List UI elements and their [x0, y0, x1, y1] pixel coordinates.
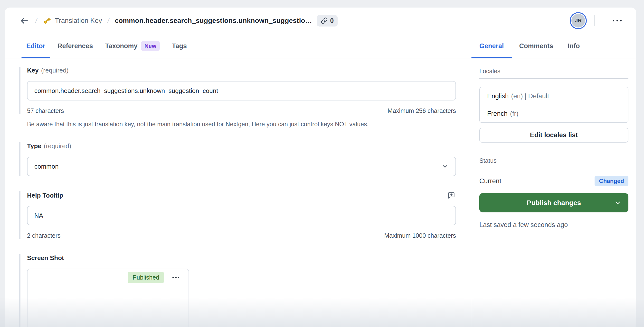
screenshot-preview[interactable]	[28, 286, 188, 327]
side-panel: General Comments Info Locales English (e…	[471, 34, 636, 327]
char-max: Maximum 256 characters	[388, 107, 456, 114]
tab-tags[interactable]: Tags	[167, 34, 192, 58]
tab-references[interactable]: References	[52, 34, 98, 58]
locale-row-french[interactable]: French (fr)	[480, 105, 628, 122]
breadcrumb-separator: /	[107, 16, 110, 25]
locale-name: English	[487, 92, 509, 100]
help-tooltip-counters: 2 characters Maximum 1000 characters	[27, 232, 456, 239]
links-count: 0	[330, 17, 334, 24]
chevron-down-icon[interactable]	[614, 199, 622, 207]
breadcrumb-section[interactable]: Translation Key	[55, 17, 102, 24]
changed-badge: Changed	[594, 176, 628, 186]
locale-name: French	[487, 110, 508, 117]
tab-comments[interactable]: Comments	[512, 34, 561, 58]
locale-meta: (en) | Default	[511, 92, 549, 100]
tab-label: Tags	[172, 42, 187, 50]
arrow-left-icon	[19, 16, 29, 25]
key-icon	[42, 16, 52, 25]
key-section: Key (required) 57 characters Maximum 256…	[19, 67, 456, 114]
published-badge: Published	[128, 272, 164, 283]
back-button[interactable]	[18, 15, 30, 26]
locale-meta: (fr)	[510, 110, 518, 117]
comment-plus-icon	[447, 191, 456, 200]
tab-label: General	[479, 42, 504, 50]
more-menu-button[interactable]	[610, 17, 624, 24]
add-comment-button[interactable]	[447, 191, 456, 200]
content: Editor References Taxonomy New Tags Key	[5, 34, 636, 327]
required-hint: (required)	[41, 67, 69, 74]
tab-label: Comments	[519, 42, 554, 50]
key-counters: 57 characters Maximum 256 characters	[27, 107, 456, 114]
header-divider	[594, 15, 595, 26]
ellipsis-icon	[172, 277, 179, 278]
type-label: Type (required)	[27, 142, 456, 150]
main-tabs: Editor References Taxonomy New Tags	[5, 34, 471, 58]
status-heading: Status	[479, 157, 628, 168]
link-icon	[321, 17, 328, 24]
locales-list: English (en) | Default French (fr)	[479, 87, 628, 123]
char-max: Maximum 1000 characters	[384, 232, 456, 239]
key-input[interactable]	[27, 81, 456, 100]
help-tooltip-label-text: Help Tooltip	[27, 192, 63, 199]
key-label-text: Key	[27, 67, 39, 74]
type-select-value: common	[34, 163, 59, 170]
char-count: 57 characters	[27, 107, 64, 114]
new-badge: New	[141, 41, 160, 51]
ellipsis-icon	[613, 20, 622, 21]
page-title: common.header.search_suggestions.unknown…	[115, 17, 312, 24]
help-tooltip-section: Help Tooltip 2 characters Maximum 1000 c…	[19, 191, 456, 239]
locale-row-english[interactable]: English (en) | Default	[480, 87, 628, 105]
help-tooltip-input[interactable]	[27, 206, 456, 225]
tab-general[interactable]: General	[471, 34, 512, 58]
screenshot-label-text: Screen Shot	[27, 254, 64, 262]
type-select[interactable]: common	[27, 157, 456, 176]
screenshot-card: Published	[27, 269, 189, 327]
tab-taxonomy[interactable]: Taxonomy New	[100, 34, 165, 58]
tab-label: Info	[568, 42, 580, 50]
tab-label: Editor	[26, 42, 45, 50]
locales-heading: Locales	[479, 68, 628, 79]
avatar[interactable]: JR	[572, 14, 585, 27]
publish-changes-label: Publish changes	[527, 199, 581, 207]
breadcrumb-separator: /	[35, 16, 38, 25]
screenshot-menu-button[interactable]	[170, 275, 181, 280]
header: / Translation Key / common.header.search…	[5, 7, 636, 34]
last-saved-text: Last saved a few seconds ago	[479, 221, 628, 229]
side-tabs: General Comments Info	[471, 34, 636, 58]
key-help-text: Be aware that this is just translation k…	[27, 121, 456, 128]
tab-info[interactable]: Info	[560, 34, 587, 58]
header-actions: JR	[572, 14, 624, 27]
main-panel: Editor References Taxonomy New Tags Key	[5, 34, 471, 327]
screenshot-section: Screen Shot Published	[19, 254, 456, 327]
screenshot-label: Screen Shot	[27, 254, 456, 262]
avatar-initials: JR	[575, 17, 582, 24]
links-count-badge[interactable]: 0	[317, 15, 338, 26]
publish-changes-button[interactable]: Publish changes	[479, 193, 628, 212]
edit-locales-button[interactable]: Edit locales list	[479, 128, 628, 143]
side-body: Locales English (en) | Default French (f…	[471, 58, 636, 229]
chevron-down-icon	[441, 163, 449, 170]
status-current-label: Current	[479, 177, 501, 185]
type-label-text: Type	[27, 142, 42, 150]
required-hint: (required)	[44, 142, 71, 150]
screenshot-card-header: Published	[28, 269, 188, 286]
help-tooltip-label: Help Tooltip	[27, 192, 63, 199]
tab-editor[interactable]: Editor	[22, 34, 50, 58]
app-card: / Translation Key / common.header.search…	[5, 7, 636, 327]
char-count: 2 characters	[27, 232, 61, 239]
status-current-row: Current Changed	[479, 176, 628, 186]
editor-form: Key (required) 57 characters Maximum 256…	[5, 58, 471, 327]
tab-label: Taxonomy	[105, 42, 138, 50]
tab-label: References	[58, 42, 93, 50]
type-section: Type (required) common	[19, 142, 456, 176]
key-label: Key (required)	[27, 67, 456, 74]
